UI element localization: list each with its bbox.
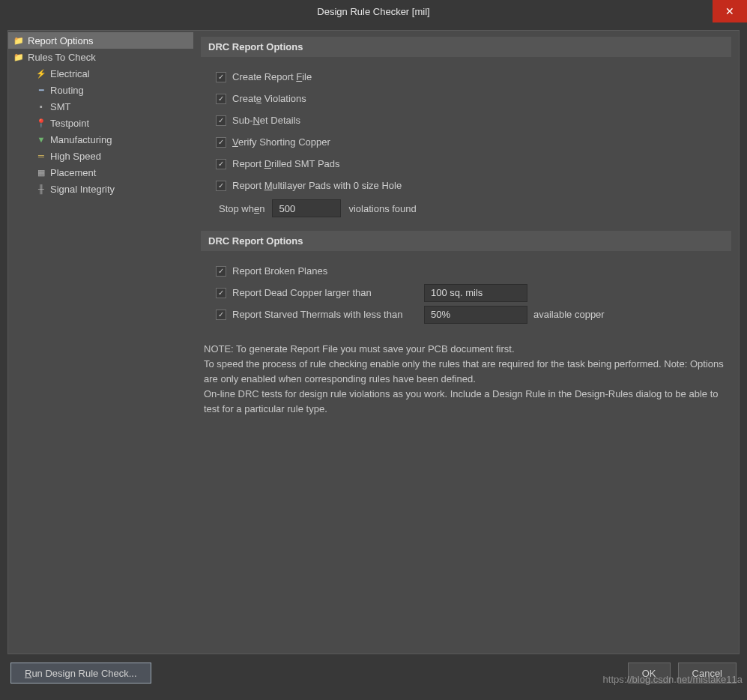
manufacturing-icon: ▼ <box>35 133 47 145</box>
options-group-2: Report Broken Planes Report Dead Copper … <box>201 251 731 331</box>
high-speed-icon: ═ <box>35 150 47 162</box>
sidebar-item-label: Manufacturing <box>50 134 112 145</box>
sidebar-item-placement[interactable]: ▦ Placement <box>8 164 193 181</box>
sidebar-item-report-options[interactable]: 📁 Report Options <box>8 32 193 49</box>
sidebar-item-label: SMT <box>50 101 70 112</box>
section-header-1: DRC Report Options <box>201 37 731 57</box>
label-sub-net-details: Sub-Net Details <box>232 115 300 126</box>
close-button[interactable]: ✕ <box>713 0 747 22</box>
sidebar-item-label: Routing <box>50 85 84 96</box>
input-dead-copper-size[interactable]: 100 sq. mils <box>424 284 527 302</box>
run-drc-button[interactable]: Run Design Rule Check... <box>10 663 151 684</box>
sidebar-item-label: Signal Integrity <box>50 184 115 195</box>
folder-icon: 📁 <box>13 34 25 46</box>
label-stop-when: Stop when <box>219 203 264 214</box>
section-header-2: DRC Report Options <box>201 231 731 251</box>
label-verify-shorting-copper: Verify Shorting Copper <box>232 136 330 148</box>
checkbox-create-violations[interactable] <box>216 94 226 104</box>
checkbox-report-multilayer[interactable] <box>216 181 226 191</box>
sidebar-item-manufacturing[interactable]: ▼ Manufacturing <box>8 131 193 148</box>
sidebar-item-routing[interactable]: ━ Routing <box>8 82 193 98</box>
sidebar-item-testpoint[interactable]: 📍 Testpoint <box>8 115 193 131</box>
label-report-broken-planes: Report Broken Planes <box>232 265 327 277</box>
sidebar-item-label: Testpoint <box>50 118 89 129</box>
label-available-copper: available copper <box>533 309 605 320</box>
routing-icon: ━ <box>35 84 47 96</box>
sidebar-item-label: Electrical <box>50 68 90 79</box>
footer: Run Design Rule Check... OK Cancel <box>0 654 747 692</box>
checkbox-report-drilled-smt[interactable] <box>216 159 226 169</box>
checkbox-report-broken-planes[interactable] <box>216 266 226 277</box>
input-starved-percent[interactable]: 50% <box>424 306 527 324</box>
dialog-body: 📁 Report Options 📁 Rules To Check ⚡ Elec… <box>7 30 740 654</box>
sidebar-item-label: Report Options <box>28 35 93 46</box>
note-line-3: On-line DRC tests for design rule violat… <box>204 387 724 417</box>
content-panel: DRC Report Options Create Report File Cr… <box>193 31 739 654</box>
input-stop-count[interactable]: 500 <box>272 199 341 217</box>
close-icon: ✕ <box>725 5 734 17</box>
label-report-starved-thermals: Report Starved Thermals with less than <box>232 309 418 320</box>
options-group-1: Create Report File Create Violations Sub… <box>201 57 731 231</box>
checkbox-report-starved-thermals[interactable] <box>216 310 226 320</box>
electrical-icon: ⚡ <box>35 67 47 79</box>
placement-icon: ▦ <box>35 166 47 178</box>
sidebar-item-rules-to-check[interactable]: 📁 Rules To Check <box>8 49 193 65</box>
label-create-violations: Create Violations <box>232 93 306 104</box>
sidebar: 📁 Report Options 📁 Rules To Check ⚡ Elec… <box>8 31 193 654</box>
smt-icon: ▪ <box>35 100 47 112</box>
sidebar-item-smt[interactable]: ▪ SMT <box>8 98 193 115</box>
label-report-drilled-smt: Report Drilled SMT Pads <box>232 158 340 169</box>
ok-button[interactable]: OK <box>628 663 671 684</box>
label-create-report-file: Create Report File <box>232 71 312 82</box>
label-report-multilayer: Report Multilayer Pads with 0 size Hole <box>232 180 402 191</box>
note-text: NOTE: To generate Report File you must s… <box>201 331 731 417</box>
label-report-dead-copper: Report Dead Copper larger than <box>232 287 418 298</box>
sidebar-item-high-speed[interactable]: ═ High Speed <box>8 148 193 164</box>
sidebar-item-label: Rules To Check <box>28 52 96 63</box>
folder-icon: 📁 <box>13 51 25 63</box>
sidebar-item-signal-integrity[interactable]: ╫ Signal Integrity <box>8 181 193 197</box>
titlebar: Design Rule Checker [mil] ✕ <box>0 0 747 22</box>
checkbox-report-dead-copper[interactable] <box>216 288 226 298</box>
testpoint-icon: 📍 <box>35 117 47 129</box>
checkbox-verify-shorting-copper[interactable] <box>216 137 226 148</box>
note-line-1: NOTE: To generate Report File you must s… <box>204 342 724 357</box>
note-line-2: To speed the process of rule checking en… <box>204 357 724 387</box>
checkbox-sub-net-details[interactable] <box>216 115 226 126</box>
window-title: Design Rule Checker [mil] <box>317 6 429 17</box>
sidebar-item-label: Placement <box>50 167 96 178</box>
sidebar-item-electrical[interactable]: ⚡ Electrical <box>8 65 193 82</box>
checkbox-create-report-file[interactable] <box>216 72 226 82</box>
cancel-button[interactable]: Cancel <box>678 663 737 684</box>
label-violations-found: violations found <box>348 203 416 214</box>
signal-integrity-icon: ╫ <box>35 183 47 195</box>
sidebar-item-label: High Speed <box>50 151 101 162</box>
